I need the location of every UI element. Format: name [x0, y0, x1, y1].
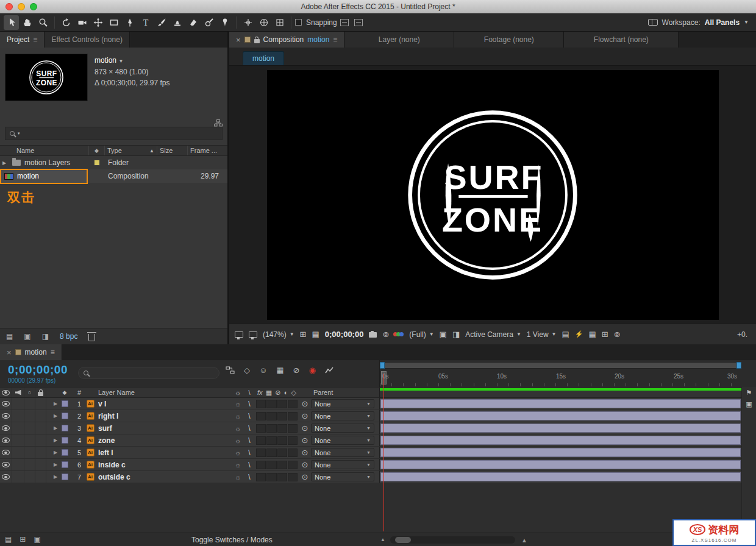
- layer-lock-toggle[interactable]: [35, 471, 46, 483]
- layer-visibility-toggle[interactable]: [0, 471, 12, 483]
- 3d-layer-header-icon[interactable]: ◇: [291, 389, 296, 397]
- quality-switch[interactable]: \: [244, 422, 255, 434]
- layer-switches[interactable]: [255, 473, 299, 481]
- comp-flowchart-icon[interactable]: ⊞: [602, 330, 608, 338]
- snap-grid-icon[interactable]: [354, 19, 363, 26]
- layer-name[interactable]: left l: [96, 447, 232, 458]
- layer-duration-bar[interactable]: [380, 460, 741, 469]
- tab-flowchart[interactable]: Flowchart (none): [564, 32, 679, 48]
- parent-pickwhip-icon[interactable]: ⊙: [299, 447, 311, 458]
- layer-color-label[interactable]: [60, 471, 70, 483]
- motion-blur-header-icon[interactable]: ⊘: [275, 389, 280, 397]
- zoom-tool-icon[interactable]: [35, 15, 51, 30]
- layer-duration-bar[interactable]: [380, 472, 741, 481]
- channels-icon[interactable]: [394, 332, 404, 336]
- layer-expand-arrow[interactable]: ▶: [51, 459, 60, 470]
- eraser-tool-icon[interactable]: [185, 15, 201, 30]
- timeline-horizontal-scrollbar[interactable]: [390, 536, 515, 544]
- layer-solo-toggle[interactable]: [24, 447, 35, 458]
- quality-switch[interactable]: \: [244, 410, 255, 422]
- main-display-icon[interactable]: [249, 332, 257, 338]
- layer-color-label[interactable]: [60, 410, 70, 422]
- panel-menu-icon[interactable]: ≡: [33, 35, 37, 44]
- layer-row[interactable]: ▶ 3 Ai surf ☼ \ ⊙ None▼: [0, 422, 756, 434]
- quality-switch[interactable]: \: [244, 471, 255, 483]
- layer-visibility-toggle[interactable]: [0, 459, 12, 470]
- layer-visibility-toggle[interactable]: [0, 422, 12, 434]
- snap-options-icon[interactable]: [340, 19, 349, 26]
- layer-expand-arrow[interactable]: ▶: [51, 398, 60, 410]
- layer-color-label[interactable]: [60, 459, 70, 470]
- tab-timeline-motion[interactable]: × motion ≡: [0, 344, 62, 360]
- motion-blur-icon[interactable]: ⊘: [293, 366, 300, 374]
- view-layout-dropdown[interactable]: 1 View ▼: [527, 330, 557, 339]
- layer-color-label[interactable]: [60, 447, 70, 458]
- layer-solo-toggle[interactable]: [24, 434, 35, 446]
- layer-color-label[interactable]: [60, 398, 70, 410]
- graph-editor-icon[interactable]: [325, 367, 334, 374]
- parent-dropdown[interactable]: None▼: [311, 472, 374, 481]
- close-window-button[interactable]: [5, 3, 13, 10]
- grid-guides-icon[interactable]: ⊞: [300, 330, 307, 338]
- layer-row[interactable]: ▶ 7 Ai outside c ☼ \ ⊙ None▼: [0, 471, 756, 483]
- layer-visibility-toggle[interactable]: [0, 398, 12, 410]
- resolution-dropdown[interactable]: (Full) ▼: [409, 330, 433, 339]
- region-of-interest-icon[interactable]: ▦: [312, 330, 319, 338]
- project-flowchart-icon[interactable]: [214, 119, 223, 127]
- exposure-value[interactable]: +0.: [737, 330, 751, 339]
- delete-item-icon[interactable]: [88, 334, 95, 341]
- collapse-switch[interactable]: ☼: [232, 410, 244, 422]
- parent-dropdown[interactable]: None▼: [311, 399, 374, 408]
- layer-duration-bar[interactable]: [380, 399, 741, 408]
- comp-marker-bin-icon[interactable]: ⚑: [746, 389, 752, 396]
- layer-expand-arrow[interactable]: ▶: [51, 410, 60, 422]
- layer-switches[interactable]: [255, 461, 299, 469]
- new-composition-icon[interactable]: ◨: [42, 332, 49, 341]
- reset-exposure-icon[interactable]: ⊚: [614, 330, 621, 338]
- layer-expand-arrow[interactable]: ▶: [51, 422, 60, 434]
- composition-canvas[interactable]: SURF ZONE: [267, 70, 719, 320]
- parent-column-header[interactable]: Parent: [311, 388, 379, 397]
- camera-dropdown[interactable]: Active Camera ▼: [465, 330, 521, 339]
- lock-icon[interactable]: [254, 39, 260, 43]
- layer-name[interactable]: zone: [96, 434, 232, 446]
- current-time-display[interactable]: 0;00;00;00: [325, 330, 364, 339]
- work-area-start-handle[interactable]: [380, 362, 385, 369]
- layer-audio-toggle[interactable]: [12, 471, 24, 483]
- layer-switches[interactable]: [255, 424, 299, 433]
- layer-duration-bar[interactable]: [380, 448, 741, 457]
- comp-button-icon[interactable]: ▣: [746, 401, 752, 408]
- quality-switch[interactable]: \: [244, 459, 255, 470]
- fx-switch-header-icon[interactable]: fx: [257, 389, 263, 396]
- magnification-dropdown[interactable]: (147%) ▼: [263, 330, 294, 339]
- layer-visibility-toggle[interactable]: [0, 410, 12, 422]
- layer-lock-toggle[interactable]: [35, 410, 46, 422]
- layer-audio-toggle[interactable]: [12, 410, 24, 422]
- layer-solo-toggle[interactable]: [24, 422, 35, 434]
- local-axis-mode-icon[interactable]: [240, 15, 255, 30]
- snapping-checkbox[interactable]: [295, 19, 302, 26]
- show-snapshot-icon[interactable]: ⊚: [382, 330, 389, 338]
- layer-name-column-header[interactable]: Layer Name: [96, 388, 232, 397]
- panel-menu-icon[interactable]: ≡: [333, 35, 337, 44]
- workspace-icon[interactable]: [648, 19, 658, 26]
- time-ruler[interactable]: 0s 05s 10s 15s 20s 25s 30s: [380, 370, 741, 387]
- layer-lock-toggle[interactable]: [35, 398, 46, 410]
- timeline-button-icon[interactable]: ▦: [589, 330, 596, 338]
- new-folder-icon[interactable]: ▣: [24, 332, 30, 341]
- quality-switch-header-icon[interactable]: \: [244, 388, 255, 397]
- adjustment-layer-header-icon[interactable]: ◐: [284, 389, 288, 396]
- type-tool-icon[interactable]: T: [138, 15, 153, 30]
- layer-visibility-toggle[interactable]: [0, 434, 12, 446]
- layer-solo-toggle[interactable]: [24, 398, 35, 410]
- quality-switch[interactable]: \: [244, 434, 255, 446]
- layer-switches[interactable]: [255, 436, 299, 445]
- expand-transfer-pane-icon[interactable]: ▣: [34, 535, 40, 544]
- collapse-switch-header-icon[interactable]: ☼: [232, 388, 244, 397]
- layer-switches[interactable]: [255, 400, 299, 408]
- layer-name[interactable]: outside c: [96, 471, 232, 483]
- parent-pickwhip-icon[interactable]: ⊙: [299, 422, 311, 434]
- layer-audio-toggle[interactable]: [12, 434, 24, 446]
- transparency-grid-icon[interactable]: ◨: [452, 330, 460, 338]
- close-icon[interactable]: ×: [7, 348, 12, 357]
